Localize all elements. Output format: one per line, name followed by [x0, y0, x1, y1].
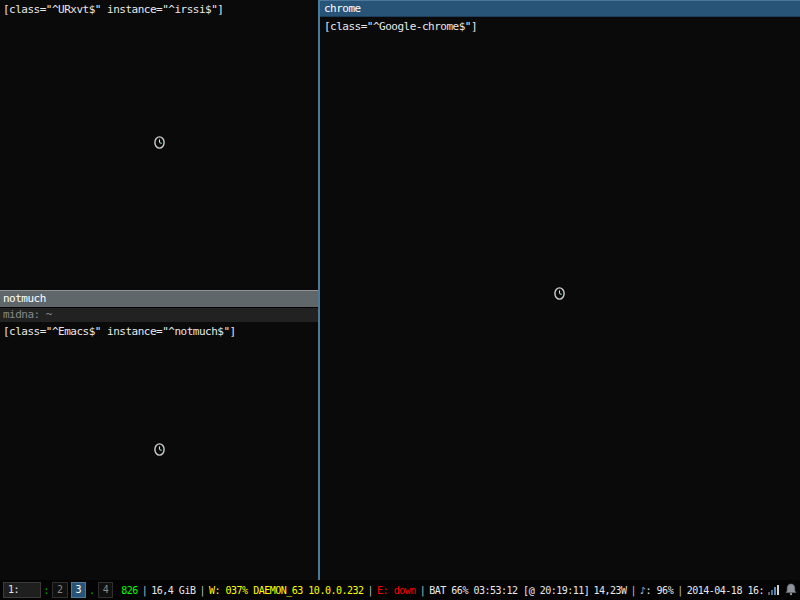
i3bar: 1: www : 2 3 . 4 826 | 16,4 GiB | W: 037… [0, 580, 800, 600]
status-mail-count: 826 [121, 585, 138, 596]
network-signal-tray-icon[interactable] [768, 586, 779, 597]
separator: | [199, 585, 205, 596]
status-ethernet: E: down [377, 585, 416, 596]
status-date: 2014-04-18 16: [687, 585, 764, 596]
status-volume-value: : 96% [646, 585, 674, 596]
workspace-1-prefix: 1: [8, 584, 19, 595]
status-memory: 16,4 GiB [151, 585, 195, 596]
placeholder-window-emacs-notmuch[interactable]: [class="^Emacs$" instance="^notmuch$"] [0, 322, 318, 580]
workspace-button-1[interactable]: 1: www [3, 582, 41, 598]
right-column: chrome [class="^Google-chrome$"] [318, 0, 800, 580]
watch-cursor-icon [153, 135, 166, 150]
placeholder-window-google-chrome[interactable]: [class="^Google-chrome$"] [320, 17, 800, 580]
status-blocks: 826 | 16,4 GiB | W: 037% DAEMON_63 10.0.… [121, 585, 764, 596]
left-column: [class="^URxvt$" instance="^irssi$"] not… [0, 0, 318, 580]
status-power: 14,23W [593, 585, 626, 596]
system-tray [768, 583, 797, 597]
workspace-button-3[interactable]: 3 [71, 582, 87, 598]
status-battery: BAT 66% 03:53:12 [@ 20:19:11] [429, 585, 589, 596]
titlebar-midna[interactable]: midna: ~ [0, 308, 318, 322]
titlebar-chrome[interactable]: chrome [320, 0, 800, 17]
swallow-criteria-chrome: [class="^Google-chrome$"] [324, 20, 477, 33]
swallow-criteria-emacs: [class="^Emacs$" instance="^notmuch$"] [3, 325, 236, 338]
i3-desktop: [class="^URxvt$" instance="^irssi$"] not… [0, 0, 800, 600]
workspace-button-2[interactable]: 2 [52, 582, 68, 598]
separator: | [677, 585, 683, 596]
workspace-button-4[interactable]: 4 [98, 582, 114, 598]
green-speck: : [44, 585, 50, 596]
separator: | [142, 585, 148, 596]
separator: | [631, 585, 637, 596]
swallow-criteria-urxvt: [class="^URxvt$" instance="^irssi$"] [3, 3, 223, 16]
watch-cursor-icon [553, 286, 566, 301]
notification-bell-tray-icon[interactable] [785, 583, 797, 596]
status-wifi: W: 037% DAEMON_63 10.0.0.232 [209, 585, 364, 596]
separator: | [420, 585, 426, 596]
status-volume: ♪: 96% [640, 585, 673, 596]
placeholder-window-urxvt-irssi[interactable]: [class="^URxvt$" instance="^irssi$"] [0, 0, 318, 290]
green-speck: . [89, 585, 95, 596]
watch-cursor-icon [153, 442, 166, 457]
separator: | [368, 585, 374, 596]
titlebar-notmuch[interactable]: notmuch [0, 290, 318, 307]
